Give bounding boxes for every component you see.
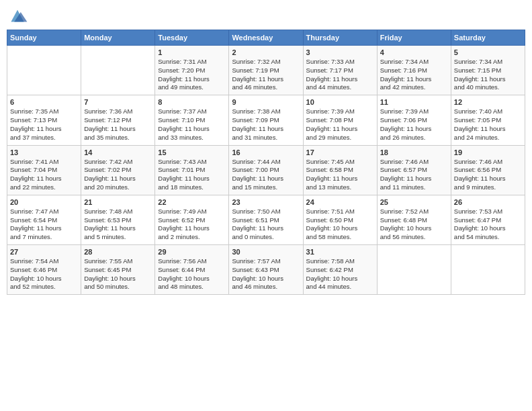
day-number: 23 [232, 198, 300, 206]
cell-content: Sunrise: 7:54 AM Sunset: 6:46 PM Dayligh… [10, 257, 78, 291]
cell-content: Sunrise: 7:58 AM Sunset: 6:42 PM Dayligh… [306, 257, 374, 291]
day-header: Thursday [303, 30, 377, 46]
logo [7, 7, 31, 26]
calendar-week-row: 27Sunrise: 7:54 AM Sunset: 6:46 PM Dayli… [7, 245, 525, 295]
calendar-cell [451, 245, 525, 295]
calendar-cell [7, 46, 81, 95]
day-number: 30 [232, 248, 300, 256]
calendar-week-row: 6Sunrise: 7:35 AM Sunset: 7:13 PM Daylig… [7, 95, 525, 145]
cell-content: Sunrise: 7:38 AM Sunset: 7:09 PM Dayligh… [232, 107, 300, 142]
day-number: 8 [158, 98, 226, 106]
calendar-cell: 27Sunrise: 7:54 AM Sunset: 6:46 PM Dayli… [7, 245, 81, 295]
calendar-cell: 1Sunrise: 7:31 AM Sunset: 7:20 PM Daylig… [155, 46, 229, 95]
day-header: Sunday [7, 30, 81, 46]
logo-icon [7, 7, 28, 26]
cell-content: Sunrise: 7:31 AM Sunset: 7:20 PM Dayligh… [158, 58, 226, 92]
day-number: 2 [232, 48, 300, 56]
cell-content: Sunrise: 7:47 AM Sunset: 6:54 PM Dayligh… [10, 208, 78, 242]
calendar-week-row: 1Sunrise: 7:31 AM Sunset: 7:20 PM Daylig… [7, 46, 525, 95]
day-number: 18 [380, 148, 448, 156]
calendar-cell: 19Sunrise: 7:46 AM Sunset: 6:56 PM Dayli… [451, 145, 525, 195]
day-number: 7 [84, 98, 152, 106]
cell-content: Sunrise: 7:51 AM Sunset: 6:50 PM Dayligh… [306, 208, 374, 242]
calendar-table: SundayMondayTuesdayWednesdayThursdayFrid… [7, 30, 525, 295]
cell-content: Sunrise: 7:53 AM Sunset: 6:47 PM Dayligh… [454, 208, 522, 242]
calendar-cell: 24Sunrise: 7:51 AM Sunset: 6:50 PM Dayli… [303, 195, 377, 244]
calendar-cell: 29Sunrise: 7:56 AM Sunset: 6:44 PM Dayli… [155, 245, 229, 295]
calendar-cell: 7Sunrise: 7:36 AM Sunset: 7:12 PM Daylig… [81, 95, 155, 145]
header-row: SundayMondayTuesdayWednesdayThursdayFrid… [7, 30, 525, 46]
cell-content: Sunrise: 7:46 AM Sunset: 6:56 PM Dayligh… [454, 158, 522, 192]
cell-content: Sunrise: 7:52 AM Sunset: 6:48 PM Dayligh… [380, 208, 448, 242]
day-number: 29 [158, 248, 226, 256]
cell-content: Sunrise: 7:44 AM Sunset: 7:00 PM Dayligh… [232, 158, 300, 192]
cell-content: Sunrise: 7:43 AM Sunset: 7:01 PM Dayligh… [158, 158, 226, 192]
calendar-cell: 16Sunrise: 7:44 AM Sunset: 7:00 PM Dayli… [229, 145, 303, 195]
cell-content: Sunrise: 7:42 AM Sunset: 7:02 PM Dayligh… [84, 158, 152, 192]
cell-content: Sunrise: 7:56 AM Sunset: 6:44 PM Dayligh… [158, 257, 226, 291]
day-number: 16 [232, 148, 300, 156]
cell-content: Sunrise: 7:39 AM Sunset: 7:06 PM Dayligh… [380, 107, 448, 142]
calendar-cell: 17Sunrise: 7:45 AM Sunset: 6:58 PM Dayli… [303, 145, 377, 195]
calendar-cell: 4Sunrise: 7:34 AM Sunset: 7:16 PM Daylig… [377, 46, 451, 95]
cell-content: Sunrise: 7:37 AM Sunset: 7:10 PM Dayligh… [158, 107, 226, 142]
calendar-cell: 18Sunrise: 7:46 AM Sunset: 6:57 PM Dayli… [377, 145, 451, 195]
calendar-cell: 15Sunrise: 7:43 AM Sunset: 7:01 PM Dayli… [155, 145, 229, 195]
cell-content: Sunrise: 7:46 AM Sunset: 6:57 PM Dayligh… [380, 158, 448, 192]
calendar-cell: 23Sunrise: 7:50 AM Sunset: 6:51 PM Dayli… [229, 195, 303, 244]
calendar-cell: 10Sunrise: 7:39 AM Sunset: 7:08 PM Dayli… [303, 95, 377, 145]
calendar-cell: 9Sunrise: 7:38 AM Sunset: 7:09 PM Daylig… [229, 95, 303, 145]
calendar-cell: 20Sunrise: 7:47 AM Sunset: 6:54 PM Dayli… [7, 195, 81, 244]
cell-content: Sunrise: 7:39 AM Sunset: 7:08 PM Dayligh… [306, 107, 374, 142]
calendar-cell: 3Sunrise: 7:33 AM Sunset: 7:17 PM Daylig… [303, 46, 377, 95]
day-number: 11 [380, 98, 448, 106]
calendar-cell: 25Sunrise: 7:52 AM Sunset: 6:48 PM Dayli… [377, 195, 451, 244]
calendar-cell [81, 46, 155, 95]
day-number: 5 [454, 48, 522, 56]
cell-content: Sunrise: 7:35 AM Sunset: 7:13 PM Dayligh… [10, 107, 78, 142]
cell-content: Sunrise: 7:34 AM Sunset: 7:15 PM Dayligh… [454, 58, 522, 92]
cell-content: Sunrise: 7:55 AM Sunset: 6:45 PM Dayligh… [84, 257, 152, 291]
cell-content: Sunrise: 7:36 AM Sunset: 7:12 PM Dayligh… [84, 107, 152, 142]
cell-content: Sunrise: 7:32 AM Sunset: 7:19 PM Dayligh… [232, 58, 300, 92]
day-number: 3 [306, 48, 374, 56]
day-number: 6 [10, 98, 78, 106]
day-header: Friday [377, 30, 451, 46]
day-number: 22 [158, 198, 226, 206]
day-number: 13 [10, 148, 78, 156]
calendar-cell [377, 245, 451, 295]
day-number: 25 [380, 198, 448, 206]
cell-content: Sunrise: 7:50 AM Sunset: 6:51 PM Dayligh… [232, 208, 300, 242]
calendar-cell: 8Sunrise: 7:37 AM Sunset: 7:10 PM Daylig… [155, 95, 229, 145]
day-number: 21 [84, 198, 152, 206]
calendar-cell: 12Sunrise: 7:40 AM Sunset: 7:05 PM Dayli… [451, 95, 525, 145]
day-number: 28 [84, 248, 152, 256]
day-number: 26 [454, 198, 522, 206]
cell-content: Sunrise: 7:40 AM Sunset: 7:05 PM Dayligh… [454, 107, 522, 142]
day-number: 14 [84, 148, 152, 156]
day-number: 31 [306, 248, 374, 256]
day-number: 4 [380, 48, 448, 56]
day-number: 15 [158, 148, 226, 156]
cell-content: Sunrise: 7:49 AM Sunset: 6:52 PM Dayligh… [158, 208, 226, 242]
day-header: Wednesday [229, 30, 303, 46]
day-header: Monday [81, 30, 155, 46]
day-header: Tuesday [155, 30, 229, 46]
day-number: 12 [454, 98, 522, 106]
calendar-cell: 13Sunrise: 7:41 AM Sunset: 7:04 PM Dayli… [7, 145, 81, 195]
calendar-cell: 26Sunrise: 7:53 AM Sunset: 6:47 PM Dayli… [451, 195, 525, 244]
day-number: 27 [10, 248, 78, 256]
day-number: 24 [306, 198, 374, 206]
day-header: Saturday [451, 30, 525, 46]
day-number: 1 [158, 48, 226, 56]
calendar-cell: 31Sunrise: 7:58 AM Sunset: 6:42 PM Dayli… [303, 245, 377, 295]
calendar-cell: 6Sunrise: 7:35 AM Sunset: 7:13 PM Daylig… [7, 95, 81, 145]
cell-content: Sunrise: 7:57 AM Sunset: 6:43 PM Dayligh… [232, 257, 300, 291]
day-number: 9 [232, 98, 300, 106]
cell-content: Sunrise: 7:41 AM Sunset: 7:04 PM Dayligh… [10, 158, 78, 192]
calendar-cell: 30Sunrise: 7:57 AM Sunset: 6:43 PM Dayli… [229, 245, 303, 295]
calendar-week-row: 13Sunrise: 7:41 AM Sunset: 7:04 PM Dayli… [7, 145, 525, 195]
cell-content: Sunrise: 7:33 AM Sunset: 7:17 PM Dayligh… [306, 58, 374, 92]
day-number: 17 [306, 148, 374, 156]
cell-content: Sunrise: 7:45 AM Sunset: 6:58 PM Dayligh… [306, 158, 374, 192]
